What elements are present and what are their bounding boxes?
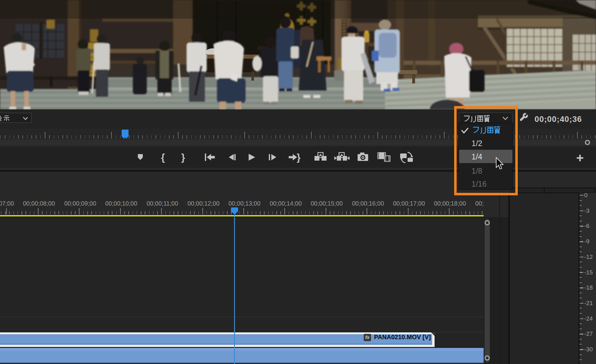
svg-text:}: }: [297, 152, 300, 163]
svg-text:{: {: [161, 152, 165, 163]
svg-text:}: }: [181, 152, 185, 163]
